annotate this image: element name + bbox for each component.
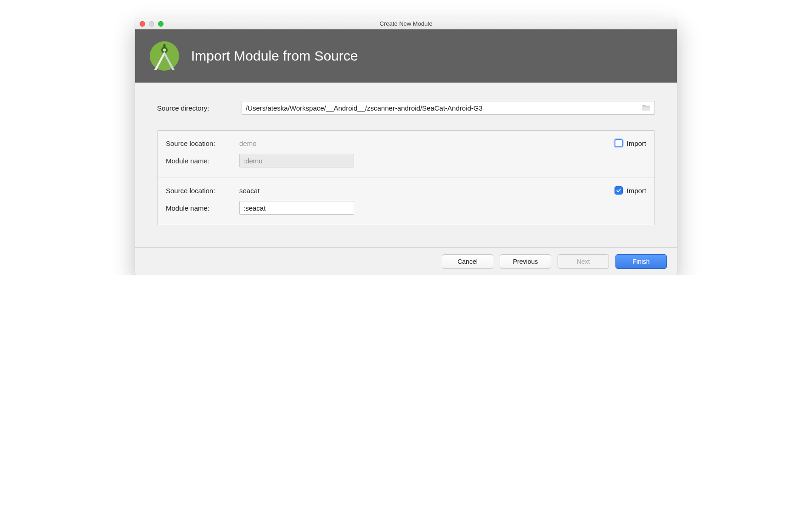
source-directory-row: Source directory: /Users/ateska/Workspac… bbox=[157, 101, 655, 115]
modules-list: Source location: demo Import Module name… bbox=[157, 130, 655, 225]
page-title: Import Module from Source bbox=[191, 48, 358, 64]
previous-button[interactable]: Previous bbox=[500, 254, 551, 269]
source-location-label: Source location: bbox=[166, 187, 239, 195]
source-directory-label: Source directory: bbox=[157, 104, 235, 112]
import-label: Import bbox=[626, 187, 646, 195]
module-item-demo: Source location: demo Import Module name… bbox=[158, 131, 654, 178]
dialog-header: Import Module from Source bbox=[135, 29, 677, 83]
import-label: Import bbox=[626, 139, 646, 147]
module-name-label: Module name: bbox=[166, 157, 239, 165]
checkbox-checked-icon bbox=[615, 186, 623, 195]
source-location-label: Source location: bbox=[166, 139, 239, 147]
module-name-label: Module name: bbox=[166, 204, 239, 212]
svg-point-2 bbox=[163, 49, 166, 52]
dialog-footer: Cancel Previous Next Finish bbox=[135, 247, 677, 275]
next-button: Next bbox=[558, 254, 609, 269]
source-location-value: seacat bbox=[239, 187, 259, 195]
import-checkbox-demo[interactable]: Import bbox=[615, 139, 646, 147]
android-studio-icon bbox=[148, 39, 181, 72]
source-directory-input[interactable]: /Users/ateska/Workspace/__Android__/zsca… bbox=[242, 101, 655, 115]
module-name-input-seacat[interactable] bbox=[239, 201, 354, 215]
titlebar[interactable]: Create New Module bbox=[135, 18, 677, 29]
import-checkbox-seacat[interactable]: Import bbox=[615, 186, 646, 195]
checkbox-unchecked-icon bbox=[615, 139, 623, 147]
finish-button[interactable]: Finish bbox=[615, 254, 667, 269]
folder-icon[interactable] bbox=[642, 104, 651, 112]
module-name-input-demo bbox=[239, 154, 354, 167]
source-location-value: demo bbox=[239, 139, 257, 147]
svg-rect-3 bbox=[164, 44, 166, 48]
window-title: Create New Module bbox=[135, 20, 677, 27]
cancel-button[interactable]: Cancel bbox=[442, 254, 493, 269]
source-directory-value: /Users/ateska/Workspace/__Android__/zsca… bbox=[246, 104, 642, 112]
dialog-content: Source directory: /Users/ateska/Workspac… bbox=[135, 83, 677, 247]
dialog-window: Create New Module Import Module from Sou… bbox=[135, 18, 677, 275]
module-item-seacat: Source location: seacat Import Module na… bbox=[158, 178, 654, 225]
